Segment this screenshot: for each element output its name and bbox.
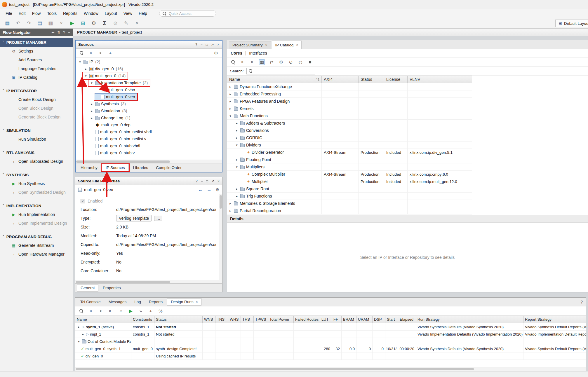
collapse-icon[interactable]: ▾ [78, 60, 82, 64]
ip-column-header-status[interactable]: Status [359, 76, 384, 83]
type-value-chip[interactable]: Verilog Template [116, 215, 152, 221]
toolbar-probe-icon[interactable]: ⌖ [134, 20, 140, 27]
enabled-checkbox[interactable]: ✓ [81, 199, 85, 203]
collapse-icon[interactable]: ▾ [84, 74, 88, 78]
menu-file[interactable]: File [2, 10, 15, 17]
ip-row-fpga-features-and-design[interactable]: ▸FPGA Features and Design [227, 98, 472, 105]
toolbar-delete-icon[interactable]: × [58, 20, 65, 27]
collapse-all-icon[interactable]: « [240, 59, 246, 65]
help-icon[interactable]: ? [195, 43, 197, 47]
toolbar-create-bd-icon[interactable]: ⊞ [80, 20, 86, 27]
toolbar-redo-icon[interactable]: ↷ [26, 20, 32, 27]
ip-settings-icon[interactable]: ⚙ [278, 59, 284, 65]
runs-column-header-constraints[interactable]: Constraints [131, 316, 154, 323]
ip-status-icon[interactable]: ■ [307, 59, 313, 65]
collapse-all-icon[interactable]: « [88, 50, 94, 56]
properties-vertical-scrollbar[interactable] [219, 194, 222, 280]
expand-icon[interactable]: ▸ [90, 109, 94, 113]
console-tab-log[interactable]: Log [131, 298, 145, 306]
step-forward-icon[interactable]: » [138, 308, 144, 314]
flow-item-generate-block-design[interactable]: Generate Block Design [0, 113, 73, 121]
create-runs-icon[interactable]: + [148, 308, 154, 314]
help-icon[interactable]: ? [580, 300, 583, 304]
tree-item-div-gen-0[interactable]: ▸▣div_gen_0 (16) [76, 65, 222, 72]
menu-edit[interactable]: Edit [15, 10, 29, 17]
ip-row-cordic[interactable]: ▸CORDIC [227, 134, 472, 142]
expand-icon[interactable]: ▸ [77, 325, 81, 329]
menu-tools[interactable]: Tools [44, 10, 60, 17]
runs-column-header-ff[interactable]: FF [332, 316, 342, 323]
ip-row-adders-subtracters[interactable]: ▸Adders & Subtracters [227, 120, 472, 127]
expand-icon[interactable]: ▸ [235, 187, 239, 191]
ip-column-header-name[interactable]: Name^1 [227, 76, 322, 83]
expand-icon[interactable]: ▸ [228, 85, 232, 89]
collapse-icon[interactable]: ▾ [77, 340, 81, 343]
ip-row-kernels[interactable]: ▸Kernels [227, 105, 472, 112]
percent-icon[interactable]: % [158, 308, 163, 314]
run-icon[interactable]: ▶ [128, 308, 134, 314]
expand-icon[interactable]: ▸ [235, 129, 239, 132]
flow-item-language-templates[interactable]: Language Templates [0, 64, 73, 73]
maximize-icon[interactable]: □ [206, 43, 208, 47]
search-icon[interactable] [79, 50, 84, 56]
scrollbar-thumb[interactable] [76, 281, 170, 283]
ip-row-square-root[interactable]: ▸Square Root [227, 185, 472, 193]
tree-item-mult-gen-0-sim-netlist-v[interactable]: mult_gen_0_sim_netlist.v [76, 135, 222, 142]
ellipsis-button[interactable]: … [154, 216, 162, 221]
flow-section-header-ip-integrator[interactable]: ˇIP INTEGRATOR [0, 87, 73, 95]
ip-search-input[interactable] [255, 69, 313, 73]
runs-column-header-tpws[interactable]: TPWS [254, 316, 268, 323]
runs-column-header-whs[interactable]: WHS [228, 316, 241, 323]
run-row-impl-1[interactable]: ▸▷impl_1constrs_1Not startedVivado Imple… [75, 331, 586, 338]
ip-row-math-functions[interactable]: ▾Math Functions [227, 112, 472, 120]
runs-horizontal-scrollbar[interactable] [75, 367, 586, 371]
scrollbar-thumb[interactable] [76, 368, 474, 370]
minimize-icon[interactable]: − [201, 43, 203, 47]
runs-column-header-elapsed[interactable]: Elapsed [398, 316, 416, 323]
ip-column-header-vlnv[interactable]: VLNV [408, 76, 472, 83]
tree-item-synthesis[interactable]: ▸Synthesis (3) [76, 100, 222, 107]
expand-collapse-icon[interactable]: ⇅ [57, 30, 60, 34]
scrollbar-thumb[interactable] [220, 195, 222, 209]
collapse-icon[interactable]: ▾ [235, 165, 239, 169]
tree-item-mult-gen-0-vho[interactable]: mult_gen_0.vho [76, 86, 222, 93]
collapse-icon[interactable]: ▾ [90, 81, 94, 85]
ip-row-embedded-processing[interactable]: ▸Embedded Processing [227, 90, 472, 98]
search-icon[interactable] [78, 308, 84, 314]
tree-item-mult-gen-0-stub-vhdl[interactable]: mult_gen_0_stub.vhdl [76, 142, 222, 149]
expand-icon[interactable]: ▸ [235, 158, 239, 162]
add-icon[interactable]: + [107, 50, 113, 56]
sources-horizontal-scrollbar[interactable] [76, 160, 222, 163]
flow-item-run-synthesis[interactable]: ▶Run Synthesis [0, 179, 73, 188]
expand-all-icon[interactable]: » [98, 308, 104, 314]
runs-column-header-failed-routes[interactable]: Failed Routes [294, 316, 320, 323]
runs-column-header-tns[interactable]: TNS [215, 316, 228, 323]
flow-section-header-simulation[interactable]: ˇSIMULATION [0, 126, 73, 135]
tree-item-mult-gen-0-dcp[interactable]: ◆mult_gen_0.dcp [76, 121, 222, 128]
collapse-all-icon[interactable]: « [88, 308, 94, 314]
expand-icon[interactable]: ▸ [84, 67, 88, 71]
runs-column-header-total-power[interactable]: Total Power [268, 316, 294, 323]
sources-tab-ip-sources[interactable]: IP Sources [102, 164, 129, 171]
expand-icon[interactable]: ▸ [81, 332, 85, 336]
toolbar-report-sum-icon[interactable]: Σ [101, 20, 108, 27]
flow-item-add-sources[interactable]: Add Sources [0, 55, 73, 64]
flow-section-header-rtl-analysis[interactable]: ˇRTL ANALYSIS [0, 149, 73, 157]
run-row-div-gen-0[interactable]: ✓div_gen_0Using cached IP results [75, 352, 586, 360]
menu-reports[interactable]: Reports [60, 10, 81, 17]
tree-item-mult-gen-0-sim-netlist-vhdl[interactable]: mult_gen_0_sim_netlist.vhdl [76, 128, 222, 135]
flow-section-header-synthesis[interactable]: ˇSYNTHESIS [0, 171, 73, 179]
help-icon[interactable]: ? [63, 30, 65, 34]
doc-tab-ip-catalog[interactable]: IP Catalog× [272, 41, 302, 49]
float-icon[interactable]: ↗ [211, 179, 214, 183]
toolbar-copy-icon[interactable]: ▥ [47, 20, 54, 27]
jump-to-start-icon[interactable]: ⇤ [108, 308, 114, 314]
close-icon[interactable]: × [296, 43, 298, 47]
flow-item-run-implementation[interactable]: ▶Run Implementation [0, 210, 73, 219]
expand-icon[interactable]: ▸ [90, 116, 94, 120]
console-tab-tcl-console[interactable]: Tcl Console [77, 298, 104, 306]
doc-tab-project-summary[interactable]: Project Summary× [229, 41, 271, 49]
ip-search-box[interactable] [246, 68, 315, 74]
console-tab-design-runs[interactable]: Design Runs× [167, 298, 201, 306]
runs-column-header-bram[interactable]: BRAM [342, 316, 356, 323]
